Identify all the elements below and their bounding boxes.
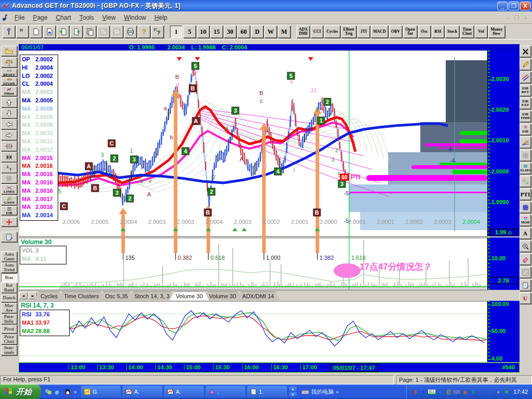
close-study-button[interactable] <box>520 46 531 57</box>
tab-time-clusters[interactable]: Time Clusters <box>58 291 105 300</box>
minimize-button[interactable]: _ <box>497 2 508 10</box>
task-button[interactable]: . <box>206 386 245 397</box>
study-donch-button[interactable]: Donch <box>1 294 17 302</box>
study-button[interactable]: STUDY <box>1 77 17 85</box>
study-money-flow-button[interactable]: Money flow <box>488 25 505 38</box>
grid-button[interactable] <box>520 150 531 161</box>
menu-page[interactable]: Page <box>29 13 51 22</box>
study-bol-band-button[interactable]: Bol Band <box>1 283 17 293</box>
tray-icon-8[interactable]: ▣ <box>478 389 485 395</box>
context-help-button[interactable]: ? <box>151 25 164 38</box>
data-window-button[interactable] <box>1 57 17 68</box>
gann-button[interactable]: GANN <box>1 195 17 205</box>
rsi-scale[interactable]: -100.00-50.00-4.00 <box>487 301 520 362</box>
vertical-zoom-button[interactable] <box>1 163 17 173</box>
study-adx-dmi-button[interactable]: ADX DMI <box>297 25 310 38</box>
open-chart-button[interactable] <box>1 46 17 56</box>
menu-file[interactable]: File <box>10 13 29 22</box>
quotes-button[interactable]: ” <box>16 25 29 38</box>
taskbar-scroll[interactable]: ▲▼ <box>289 387 297 397</box>
tray-icon-2[interactable]: 611 <box>428 389 435 395</box>
paste-button[interactable] <box>84 25 96 38</box>
ellipse-button[interactable]: ELIPS <box>520 163 531 174</box>
ie-icon[interactable]: e <box>54 388 62 396</box>
menu-help[interactable]: Help <box>150 13 171 22</box>
timeframe-15-button[interactable]: 15 <box>210 25 223 38</box>
study-macd-button[interactable]: MACD <box>371 25 388 38</box>
pencil-button[interactable] <box>520 59 531 70</box>
fan-lines-button[interactable] <box>520 137 531 148</box>
restore-button[interactable]: ❐ <box>509 2 519 10</box>
tabs-scroll-left-button[interactable]: ◄ <box>19 292 28 299</box>
lines-button[interactable]: LINES <box>1 184 17 194</box>
study-obv-button[interactable]: OBV <box>389 25 402 38</box>
eraser-button[interactable] <box>520 254 531 265</box>
study-auto-gann-button[interactable]: Auto Gann <box>1 251 17 262</box>
tray-icon-5[interactable]: ⌨ <box>453 389 460 395</box>
zoom-in-button[interactable] <box>520 241 531 252</box>
print-button[interactable] <box>124 25 137 38</box>
price-scale[interactable]: -2.0030-2.0020-2.0010-2.0000-1.99901.99 … <box>487 50 520 236</box>
study-elliott-trig-button[interactable]: Elliott Trig <box>341 25 356 38</box>
tray-icon-9[interactable]: ⚏ <box>486 389 493 395</box>
tab-stoch-14-3-3[interactable]: Stoch 14, 3, 3 <box>128 291 176 300</box>
hatch-button[interactable] <box>520 176 531 187</box>
chart-dis-button[interactable] <box>111 25 123 38</box>
menu-view[interactable]: View <box>98 13 120 22</box>
timeframe-1-button[interactable]: 1 <box>170 25 182 38</box>
scroll-up-button[interactable] <box>1 97 17 108</box>
timeframe-M-button[interactable]: M <box>278 25 290 38</box>
study-auto-trend-button[interactable]: Auto Trend <box>1 262 17 273</box>
tray-icon-1[interactable]: ▼ <box>420 389 427 395</box>
reset-button[interactable]: RESET <box>1 69 17 76</box>
study-para--bolic-button[interactable]: Para- bolic <box>1 314 17 324</box>
timeframe-D-button[interactable]: D <box>251 25 263 38</box>
tab-volume-30[interactable]: Volume 30 <box>169 291 209 300</box>
task-button[interactable]: A. <box>123 386 162 397</box>
timeframe-30-button[interactable]: 30 <box>224 25 236 38</box>
tray-icon-10[interactable]: ● <box>495 389 501 395</box>
study-cycles-button[interactable]: Cycles <box>324 25 340 38</box>
save-button[interactable] <box>43 25 56 38</box>
pin-button[interactable] <box>3 25 15 38</box>
fib-extension-button[interactable]: FIB EXT <box>520 98 531 109</box>
grid-button[interactable] <box>1 174 17 183</box>
region-select-button[interactable] <box>520 267 531 278</box>
crosshair-button[interactable] <box>1 217 17 227</box>
study-mov-ave-button[interactable]: Mov Ave <box>1 303 17 313</box>
tray-icon-3[interactable]: ● <box>436 389 443 395</box>
notes-button[interactable] <box>1 232 17 242</box>
blue-grid-button[interactable] <box>520 202 531 213</box>
fib-button[interactable]: FIB <box>1 206 17 215</box>
study-pivot-button[interactable]: Pivot <box>1 325 17 334</box>
fib-circle-button[interactable]: FIB <box>520 124 531 135</box>
study-time-clust-button[interactable]: Time Clust <box>460 25 474 38</box>
start-button[interactable]: 开始 <box>0 384 41 399</box>
study-open-int-button[interactable]: Open Int <box>403 25 417 38</box>
close-button[interactable]: X <box>520 2 530 10</box>
menu-window[interactable]: Window <box>120 13 151 22</box>
menu-tools[interactable]: Tools <box>75 13 98 22</box>
study-osc-button[interactable]: Osc <box>418 25 431 38</box>
study-seas--onals-button[interactable]: Seas- onals <box>1 345 17 355</box>
time-axis[interactable]: 13:0013:3014:0014:3015:0015:3016:0016:30… <box>19 363 520 373</box>
study-cci-button[interactable]: CCI <box>311 25 323 38</box>
chart-dis-button[interactable] <box>97 25 110 38</box>
elliott-button[interactable]: Elliott <box>1 86 17 96</box>
qq-icon[interactable] <box>64 388 72 396</box>
timeframe-10-button[interactable]: 10 <box>197 25 209 38</box>
doc-button[interactable] <box>30 25 42 38</box>
magnet-button[interactable]: U <box>520 292 531 304</box>
tab-adx-dmi-14[interactable]: ADX/DMI 14 <box>236 291 280 300</box>
parallel-lines-button[interactable] <box>520 72 531 83</box>
timeframe-5-button[interactable]: 5 <box>183 25 196 38</box>
study-price-clust-button[interactable]: Price Clust <box>1 334 17 344</box>
report-button[interactable] <box>520 280 531 291</box>
mob-button[interactable]: MOB <box>520 215 531 226</box>
task-button[interactable]: 1. <box>247 386 287 397</box>
study-stoch-button[interactable]: Stoch <box>445 25 459 38</box>
menu-chart[interactable]: Chart <box>51 13 75 22</box>
chart-plot[interactable]: 5532144323223CABCBABB13iiiv22353135iiiiB… <box>19 50 487 379</box>
help-button[interactable]: ? <box>138 25 150 38</box>
study-jti-button[interactable]: JTI <box>357 25 370 38</box>
